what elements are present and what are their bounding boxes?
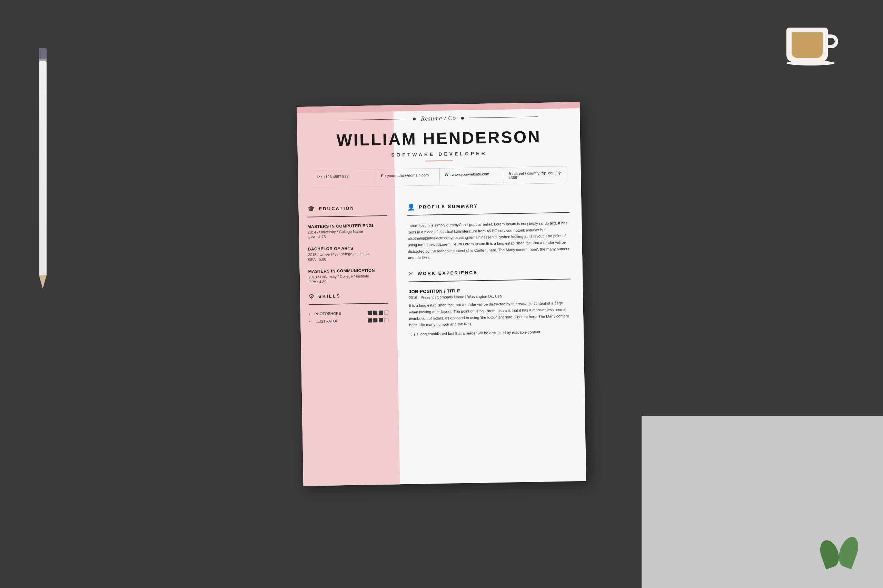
skill-name-0: PHOTOSHOPE [314,311,341,316]
skill-bullet-0: • [309,312,310,316]
person-title: SOFTWARE DEVELOPER [311,149,567,159]
body-section: 🎓 EDUCATION MASTERS IN COMPUTER ENGI. 20… [298,190,585,436]
education-icon: 🎓 [307,205,314,212]
coffee-cup [787,28,828,62]
job-desc-0a: It is a long established fact that a rea… [409,300,571,328]
skill-dot-1-2 [379,318,383,322]
education-header: 🎓 EDUCATION [307,204,386,213]
coffee-handle [828,34,838,48]
resume-content: Resume / Co WILLIAM HENDERSON SOFTWARE D… [296,102,585,436]
skills-divider [309,303,388,305]
coffee-liquid [791,32,823,58]
skill-dot-1-3 [384,318,388,322]
address-value: street / country, zip, country 4568 [508,171,561,180]
edu-degree-1: BACHELOR OF ARTS [308,245,387,252]
plant-leaves [821,540,862,567]
pencil-body [39,62,47,275]
skills-icon: ⚙ [309,292,314,300]
education-divider [307,215,387,218]
plant-decoration [821,540,862,567]
skill-dot-0-1 [373,310,378,315]
contact-bar: P : +123 4567 893 E : yourmailid@domain.… [312,166,567,188]
contact-phone: P : +123 4567 893 [312,170,376,187]
profile-icon: 👤 [407,203,415,211]
coffee-cup-decoration [787,28,835,66]
work-experience-section: ✂ WORK EXPERIENCE JOB POSITION / TITLE 2… [408,267,572,338]
phone-label: P : [317,175,323,179]
brand-dot-left [413,117,416,120]
skill-dot-1-0 [368,318,372,322]
skill-bullet-1: • [309,320,310,323]
education-title: EDUCATION [319,206,355,211]
header-section: Resume / Co WILLIAM HENDERSON SOFTWARE D… [296,102,581,195]
skill-dot-0-0 [368,311,372,315]
work-icon: ✂ [408,270,414,278]
phone-value: +123 4567 893 [323,174,349,179]
work-experience-divider [408,279,570,282]
edu-entry-1: BACHELOR OF ARTS 2018 / University / Col… [308,245,388,262]
pencil-band [39,58,47,62]
profile-summary-title: PROFILE SUMMARY [419,203,478,210]
job-meta-0: 2016 - Present | Company Name | Washingt… [409,293,571,300]
leaf-2 [835,534,862,569]
address-label: A : [508,171,514,176]
edu-degree-0: MASTERS IN COMPUTER ENGI. [307,223,387,229]
edu-detail-0b: GPA : 4.75 [308,234,387,239]
contact-website: W : www.yourwebsite.com [439,168,504,185]
title-underline [425,160,453,161]
pencil-tip [39,275,47,289]
resume-wrapper: Resume / Co WILLIAM HENDERSON SOFTWARE D… [296,102,586,486]
website-value: www.yourwebsite.com [452,172,489,177]
skills-title: SKILLS [318,293,340,299]
email-value: yourmailid@domain.com [387,173,429,178]
pencil-eraser [39,48,47,58]
edu-degree-2: MASTERS IN COMMUNICATION [308,268,388,274]
contact-address: A : street / country, zip, country 4568 [503,166,567,184]
work-experience-header: ✂ WORK EXPERIENCE [408,267,570,278]
edu-detail-1b: GPA : 5.00 [308,256,387,262]
profile-summary-section: 👤 PROFILE SUMMARY Lorem Ipsum is simply … [407,200,570,261]
edu-entry-2: MASTERS IN COMMUNICATION 2018 / Universi… [308,268,388,284]
work-experience-title: WORK EXPERIENCE [418,270,478,276]
right-column: 👤 PROFILE SUMMARY Lorem Ipsum is simply … [395,190,585,434]
edu-entry-0: MASTERS IN COMPUTER ENGI. 2014 / Univers… [307,223,387,239]
edu-detail-2b: GPA : 4.80 [308,279,388,284]
skills-section: ⚙ SKILLS • PHOTOSHOPE [309,291,389,324]
website-label: W : [445,172,451,177]
pencil-decoration [38,48,48,290]
contact-email: E : yourmailid@domain.com [376,168,440,186]
resume-brand: Resume / Co [311,113,566,124]
skill-name-1: ILLISTRATOR [314,319,339,323]
skill-dot-1-1 [373,318,378,322]
profile-summary-text: Lorem Ipsum is simply dummyContr popular… [408,219,570,261]
profile-summary-header: 👤 PROFILE SUMMARY [407,200,569,211]
left-column: 🎓 EDUCATION MASTERS IN COMPUTER ENGI. 20… [298,193,399,436]
skill-item-1: • ILLISTRATOR [309,318,388,324]
job-desc-0b: It is a long established fact that a rea… [409,328,572,338]
skill-dot-0-2 [379,310,383,315]
email-label: E : [381,174,387,178]
skill-item-0: • PHOTOSHOPE [309,310,388,316]
skill-dots-1 [368,318,388,322]
profile-summary-divider [408,212,570,215]
skill-dots-0 [368,310,388,315]
brand-line-right [469,117,538,118]
resume-paper: Resume / Co WILLIAM HENDERSON SOFTWARE D… [296,102,586,486]
brand-dot-right [461,117,464,119]
skill-dot-0-3 [384,310,388,315]
brand-name: Resume / Co [421,114,456,122]
brand-line-left [339,119,408,120]
skills-header: ⚙ SKILLS [309,291,388,300]
person-name: WILLIAM HENDERSON [311,127,567,150]
